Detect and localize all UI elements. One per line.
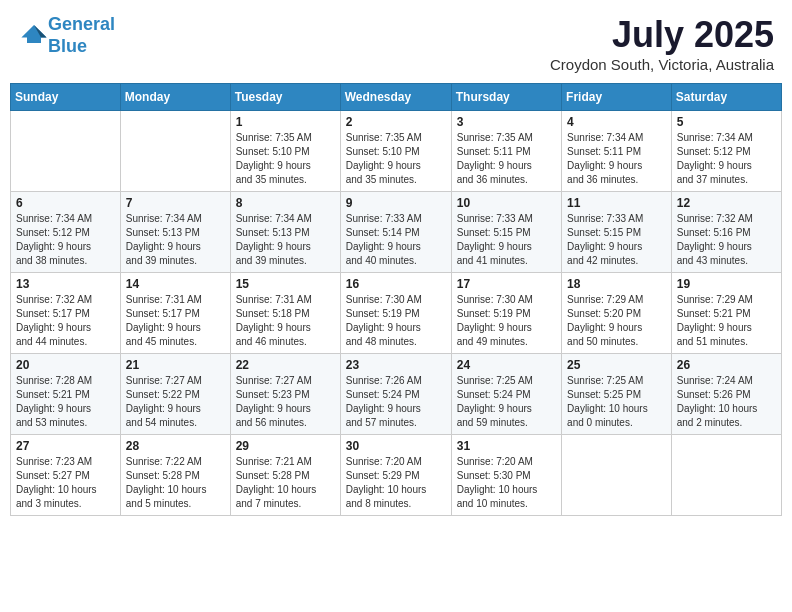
day-number: 11 [567,196,666,210]
day-number: 31 [457,439,556,453]
header-thursday: Thursday [451,84,561,111]
day-detail: Sunrise: 7:34 AM Sunset: 5:12 PM Dayligh… [677,131,776,187]
calendar-cell: 14Sunrise: 7:31 AM Sunset: 5:17 PM Dayli… [120,273,230,354]
logo-general: General [48,14,115,34]
day-detail: Sunrise: 7:20 AM Sunset: 5:30 PM Dayligh… [457,455,556,511]
calendar-cell: 22Sunrise: 7:27 AM Sunset: 5:23 PM Dayli… [230,354,340,435]
day-number: 17 [457,277,556,291]
header-friday: Friday [562,84,672,111]
day-detail: Sunrise: 7:25 AM Sunset: 5:24 PM Dayligh… [457,374,556,430]
calendar-cell: 26Sunrise: 7:24 AM Sunset: 5:26 PM Dayli… [671,354,781,435]
day-number: 30 [346,439,446,453]
day-number: 8 [236,196,335,210]
calendar-cell: 12Sunrise: 7:32 AM Sunset: 5:16 PM Dayli… [671,192,781,273]
day-number: 14 [126,277,225,291]
calendar-cell: 31Sunrise: 7:20 AM Sunset: 5:30 PM Dayli… [451,435,561,516]
day-detail: Sunrise: 7:26 AM Sunset: 5:24 PM Dayligh… [346,374,446,430]
logo-icon [20,20,48,48]
day-detail: Sunrise: 7:34 AM Sunset: 5:11 PM Dayligh… [567,131,666,187]
calendar-cell: 1Sunrise: 7:35 AM Sunset: 5:10 PM Daylig… [230,111,340,192]
day-detail: Sunrise: 7:34 AM Sunset: 5:12 PM Dayligh… [16,212,115,268]
calendar-cell: 17Sunrise: 7:30 AM Sunset: 5:19 PM Dayli… [451,273,561,354]
calendar-cell: 8Sunrise: 7:34 AM Sunset: 5:13 PM Daylig… [230,192,340,273]
location-subtitle: Croydon South, Victoria, Australia [550,56,774,73]
calendar-cell [671,435,781,516]
calendar-cell: 9Sunrise: 7:33 AM Sunset: 5:14 PM Daylig… [340,192,451,273]
calendar-cell [562,435,672,516]
header-saturday: Saturday [671,84,781,111]
day-number: 5 [677,115,776,129]
logo-text: General Blue [48,14,115,57]
day-number: 27 [16,439,115,453]
day-number: 12 [677,196,776,210]
calendar-cell [11,111,121,192]
header-tuesday: Tuesday [230,84,340,111]
day-number: 28 [126,439,225,453]
day-detail: Sunrise: 7:20 AM Sunset: 5:29 PM Dayligh… [346,455,446,511]
day-detail: Sunrise: 7:35 AM Sunset: 5:10 PM Dayligh… [346,131,446,187]
calendar-cell: 5Sunrise: 7:34 AM Sunset: 5:12 PM Daylig… [671,111,781,192]
day-detail: Sunrise: 7:30 AM Sunset: 5:19 PM Dayligh… [346,293,446,349]
day-detail: Sunrise: 7:34 AM Sunset: 5:13 PM Dayligh… [126,212,225,268]
calendar-cell: 6Sunrise: 7:34 AM Sunset: 5:12 PM Daylig… [11,192,121,273]
calendar-cell [120,111,230,192]
day-number: 7 [126,196,225,210]
day-detail: Sunrise: 7:35 AM Sunset: 5:11 PM Dayligh… [457,131,556,187]
day-detail: Sunrise: 7:27 AM Sunset: 5:23 PM Dayligh… [236,374,335,430]
day-detail: Sunrise: 7:35 AM Sunset: 5:10 PM Dayligh… [236,131,335,187]
day-detail: Sunrise: 7:34 AM Sunset: 5:13 PM Dayligh… [236,212,335,268]
calendar-week-3: 13Sunrise: 7:32 AM Sunset: 5:17 PM Dayli… [11,273,782,354]
day-detail: Sunrise: 7:29 AM Sunset: 5:20 PM Dayligh… [567,293,666,349]
calendar-week-5: 27Sunrise: 7:23 AM Sunset: 5:27 PM Dayli… [11,435,782,516]
calendar-cell: 30Sunrise: 7:20 AM Sunset: 5:29 PM Dayli… [340,435,451,516]
day-detail: Sunrise: 7:32 AM Sunset: 5:16 PM Dayligh… [677,212,776,268]
day-detail: Sunrise: 7:23 AM Sunset: 5:27 PM Dayligh… [16,455,115,511]
calendar-header-row: SundayMondayTuesdayWednesdayThursdayFrid… [11,84,782,111]
logo: General Blue [18,14,115,57]
day-number: 13 [16,277,115,291]
calendar-cell: 19Sunrise: 7:29 AM Sunset: 5:21 PM Dayli… [671,273,781,354]
logo-blue: Blue [48,36,87,56]
day-detail: Sunrise: 7:25 AM Sunset: 5:25 PM Dayligh… [567,374,666,430]
header-monday: Monday [120,84,230,111]
calendar-cell: 21Sunrise: 7:27 AM Sunset: 5:22 PM Dayli… [120,354,230,435]
calendar-cell: 16Sunrise: 7:30 AM Sunset: 5:19 PM Dayli… [340,273,451,354]
title-block: July 2025 Croydon South, Victoria, Austr… [550,14,774,73]
day-number: 19 [677,277,776,291]
day-number: 24 [457,358,556,372]
day-number: 9 [346,196,446,210]
calendar-cell: 4Sunrise: 7:34 AM Sunset: 5:11 PM Daylig… [562,111,672,192]
calendar-cell: 24Sunrise: 7:25 AM Sunset: 5:24 PM Dayli… [451,354,561,435]
day-number: 15 [236,277,335,291]
calendar-cell: 2Sunrise: 7:35 AM Sunset: 5:10 PM Daylig… [340,111,451,192]
day-number: 16 [346,277,446,291]
calendar-week-2: 6Sunrise: 7:34 AM Sunset: 5:12 PM Daylig… [11,192,782,273]
day-number: 1 [236,115,335,129]
calendar-cell: 11Sunrise: 7:33 AM Sunset: 5:15 PM Dayli… [562,192,672,273]
day-number: 6 [16,196,115,210]
calendar-cell: 13Sunrise: 7:32 AM Sunset: 5:17 PM Dayli… [11,273,121,354]
calendar-cell: 25Sunrise: 7:25 AM Sunset: 5:25 PM Dayli… [562,354,672,435]
day-number: 22 [236,358,335,372]
day-number: 2 [346,115,446,129]
calendar-cell: 7Sunrise: 7:34 AM Sunset: 5:13 PM Daylig… [120,192,230,273]
calendar-cell: 18Sunrise: 7:29 AM Sunset: 5:20 PM Dayli… [562,273,672,354]
calendar-week-4: 20Sunrise: 7:28 AM Sunset: 5:21 PM Dayli… [11,354,782,435]
day-number: 20 [16,358,115,372]
calendar-cell: 3Sunrise: 7:35 AM Sunset: 5:11 PM Daylig… [451,111,561,192]
day-number: 29 [236,439,335,453]
day-detail: Sunrise: 7:28 AM Sunset: 5:21 PM Dayligh… [16,374,115,430]
day-number: 26 [677,358,776,372]
header-sunday: Sunday [11,84,121,111]
calendar-cell: 28Sunrise: 7:22 AM Sunset: 5:28 PM Dayli… [120,435,230,516]
day-detail: Sunrise: 7:30 AM Sunset: 5:19 PM Dayligh… [457,293,556,349]
day-detail: Sunrise: 7:29 AM Sunset: 5:21 PM Dayligh… [677,293,776,349]
calendar-cell: 10Sunrise: 7:33 AM Sunset: 5:15 PM Dayli… [451,192,561,273]
day-number: 4 [567,115,666,129]
day-detail: Sunrise: 7:24 AM Sunset: 5:26 PM Dayligh… [677,374,776,430]
header-wednesday: Wednesday [340,84,451,111]
calendar-cell: 27Sunrise: 7:23 AM Sunset: 5:27 PM Dayli… [11,435,121,516]
calendar-cell: 20Sunrise: 7:28 AM Sunset: 5:21 PM Dayli… [11,354,121,435]
calendar-cell: 23Sunrise: 7:26 AM Sunset: 5:24 PM Dayli… [340,354,451,435]
day-number: 3 [457,115,556,129]
